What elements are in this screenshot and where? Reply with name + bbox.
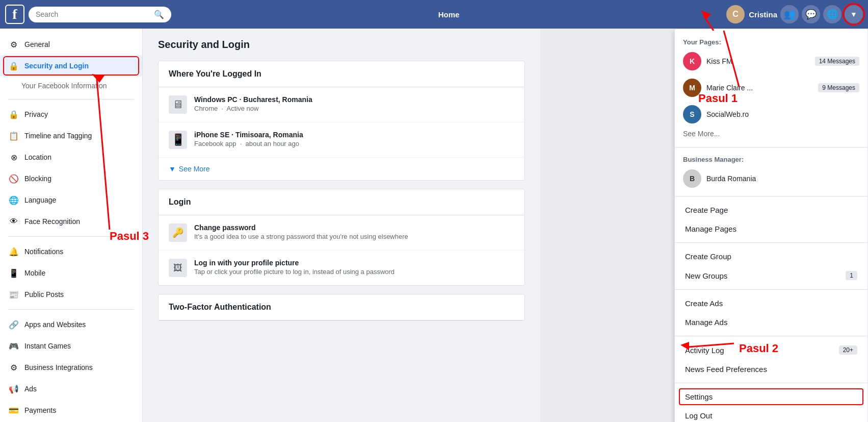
business-integrations-icon: ⚙ (8, 362, 19, 373)
kiss-fm-avatar: K (683, 52, 701, 70)
new-groups-badge: 1 (846, 271, 857, 280)
sidebar-label-facebook-info: Your Facebook Information (21, 82, 107, 90)
windows-info: Windows PC · Bucharest, Romania Chrome ·… (194, 95, 514, 112)
user-avatar: C (726, 5, 745, 23)
page-item-kiss-fm[interactable]: K Kiss FM 14 Messages (675, 48, 867, 75)
sidebar-item-general[interactable]: ⚙ General (0, 34, 142, 55)
login-item-profile-picture: 🖼 Log in with your profile picture Tap o… (159, 251, 524, 285)
sidebar-item-privacy[interactable]: 🔒 Privacy (0, 104, 142, 125)
search-icon: 🔍 (154, 10, 164, 19)
sidebar-label-face-recognition: Face Recognition (24, 217, 80, 226)
sidebar-label-payments: Payments (24, 406, 56, 414)
news-feed-preferences-link[interactable]: News Feed Preferences (675, 360, 867, 379)
manage-pages-link[interactable]: Manage Pages (675, 219, 867, 238)
page-title: Security and Login (158, 39, 525, 51)
sidebar-label-public-posts: Public Posts (24, 290, 64, 299)
login-item-iphone: 📱 iPhone SE · Timisoara, Romania Faceboo… (159, 122, 524, 158)
sidebar-label-timeline: Timeline and Tagging (24, 132, 92, 140)
sidebar-item-language[interactable]: 🌐 Language (0, 189, 142, 211)
dropdown-divider-1 (675, 147, 867, 147)
home-link[interactable]: Home (433, 8, 465, 21)
user-profile-link[interactable]: C Cristina (726, 5, 777, 23)
search-input[interactable] (36, 10, 151, 18)
sidebar-label-blocking: Blocking (24, 175, 51, 183)
sidebar-item-instant-games[interactable]: 🎮 Instant Games (0, 335, 142, 357)
account-dropdown-btn[interactable]: ▼ (845, 5, 863, 23)
marie-claire-badge: 9 Messages (818, 83, 859, 92)
section-where-logged-in: Where You're Logged In 🖥 Windows PC · Bu… (158, 61, 525, 181)
search-bar[interactable]: 🔍 (29, 7, 171, 22)
log-out-link[interactable]: Log Out (675, 406, 867, 422)
chevron-down-icon: ▼ (169, 165, 176, 173)
profile-picture-info: Log in with your profile picture Tap or … (194, 259, 514, 276)
create-page-link[interactable]: Create Page (675, 201, 867, 219)
language-icon: 🌐 (8, 194, 19, 206)
sidebar-item-mobile[interactable]: 📱 Mobile (0, 262, 142, 284)
security-icon: 🔒 (8, 60, 19, 71)
profile-picture-subtitle: Tap or click your profile picture to log… (194, 268, 514, 276)
sidebar-item-timeline[interactable]: 📋 Timeline and Tagging (0, 125, 142, 146)
sidebar-item-security[interactable]: 🔒 Security and Login (0, 55, 142, 77)
sidebar-item-public-posts[interactable]: 📰 Public Posts (0, 284, 142, 305)
iphone-icon: 📱 (169, 131, 187, 149)
create-group-link[interactable]: Create Group (675, 247, 867, 266)
socialweb-avatar: S (683, 105, 701, 123)
sidebar-item-face-recognition[interactable]: 👁 Face Recognition (0, 211, 142, 232)
dropdown-divider-5 (675, 336, 867, 336)
sidebar-label-location: Location (24, 153, 51, 161)
main-content: Security and Login Where You're Logged I… (143, 29, 540, 422)
sidebar-label-business-integrations: Business Integrations (24, 363, 93, 371)
your-pages-title: Your Pages: (675, 34, 867, 48)
sidebar: ⚙ General 🔒 Security and Login Your Face… (0, 29, 143, 422)
friend-requests-btn[interactable]: 👥 (780, 5, 799, 23)
sidebar-item-payments[interactable]: 💳 Payments (0, 400, 142, 421)
sidebar-item-blocking[interactable]: 🚫 Blocking (0, 168, 142, 189)
page-item-socialweb[interactable]: S SocialWeb.ro (675, 101, 867, 128)
face-recognition-icon: 👁 (8, 216, 19, 227)
sidebar-label-language: Language (24, 196, 56, 204)
windows-icon: 🖥 (169, 95, 187, 114)
notifications-sidebar-icon: 🔔 (8, 246, 19, 257)
kiss-fm-name: Kiss FM (706, 57, 810, 65)
see-more-link[interactable]: ▼ See More (159, 158, 524, 180)
activity-log-label: Activity Log (685, 346, 724, 355)
new-groups-link[interactable]: New Groups 1 (675, 266, 867, 285)
sidebar-label-notifications: Notifications (24, 247, 63, 256)
page-item-marie-claire[interactable]: M Marie Claire ... 9 Messages (675, 75, 867, 101)
settings-link[interactable]: Settings (675, 387, 867, 406)
general-icon: ⚙ (8, 39, 19, 50)
sidebar-label-ads: Ads (24, 385, 37, 393)
sidebar-label-apps-websites: Apps and Websites (24, 320, 86, 329)
active-now-badge: Active now (227, 105, 259, 112)
change-password-title: Change password (194, 224, 514, 232)
sidebar-label-mobile: Mobile (24, 269, 45, 277)
topnav-center: Home (171, 8, 726, 21)
create-ads-link[interactable]: Create Ads (675, 294, 867, 313)
topnav: f 🔍 Home C Cristina 👥 💬 🌐 ▼ (0, 0, 868, 29)
mobile-icon: 📱 (8, 267, 19, 279)
sidebar-item-facebook-info[interactable]: Your Facebook Information (0, 77, 142, 95)
sidebar-item-ads[interactable]: 📢 Ads (0, 378, 142, 400)
sidebar-item-apps-websites[interactable]: 🔗 Apps and Websites (0, 314, 142, 335)
manage-ads-link[interactable]: Manage Ads (675, 313, 867, 332)
activity-log-link[interactable]: Activity Log 20+ (675, 340, 867, 360)
facebook-logo[interactable]: f (5, 5, 24, 24)
business-manager-item[interactable]: B Burda Romania (675, 165, 867, 192)
sidebar-label-instant-games: Instant Games (24, 342, 71, 350)
messenger-btn[interactable]: 💬 (802, 5, 820, 23)
business-manager-title: Business Manager: (675, 152, 867, 165)
see-more-pages[interactable]: See More... (675, 128, 867, 143)
dropdown-divider-4 (675, 289, 867, 290)
sidebar-divider-2 (8, 236, 134, 237)
key-icon: 🔑 (169, 224, 187, 242)
iphone-subtitle: Facebook app · about an hour ago (194, 140, 514, 147)
section-two-factor: Two-Factor Authentication (158, 294, 525, 321)
user-name: Cristina (749, 10, 777, 19)
notifications-btn[interactable]: 🌐 (823, 5, 841, 23)
sidebar-item-location[interactable]: ⊗ Location (0, 146, 142, 168)
login-item-windows: 🖥 Windows PC · Bucharest, Romania Chrome… (159, 87, 524, 122)
burda-avatar: B (683, 169, 701, 188)
sidebar-label-security: Security and Login (24, 62, 89, 70)
sidebar-item-notifications[interactable]: 🔔 Notifications (0, 241, 142, 262)
sidebar-item-business-integrations[interactable]: ⚙ Business Integrations (0, 357, 142, 378)
